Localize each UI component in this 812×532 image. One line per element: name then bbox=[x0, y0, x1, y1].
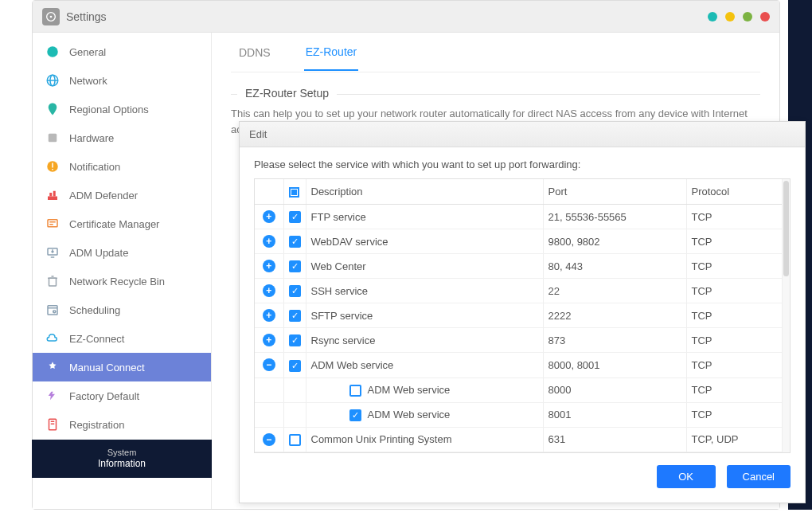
row-checkbox[interactable] bbox=[289, 285, 301, 297]
service-row[interactable]: +Web Center80, 443TCP bbox=[255, 254, 782, 279]
dialog-title: Edit bbox=[240, 122, 805, 147]
expand-icon[interactable]: + bbox=[263, 309, 275, 322]
sidebar-item-ezconnect[interactable]: EZ-Connect bbox=[33, 324, 211, 353]
row-expand-cell[interactable]: + bbox=[255, 303, 283, 328]
header-checkbox-icon[interactable] bbox=[289, 187, 299, 198]
ok-button[interactable]: OK bbox=[657, 465, 716, 488]
expand-icon[interactable]: + bbox=[263, 260, 275, 272]
header-checkbox[interactable] bbox=[283, 179, 306, 205]
row-expand-cell[interactable]: + bbox=[255, 229, 283, 254]
svg-rect-9 bbox=[52, 169, 53, 170]
row-expand-cell[interactable]: + bbox=[255, 279, 283, 303]
row-description: ADM Web service bbox=[306, 402, 543, 427]
network-icon bbox=[45, 73, 60, 88]
header-protocol[interactable]: Protocol bbox=[686, 179, 782, 205]
row-expand-cell[interactable]: + bbox=[255, 328, 283, 353]
svg-point-2 bbox=[47, 46, 58, 57]
tab-bar: DDNS EZ-Router bbox=[231, 33, 760, 72]
row-expand-cell[interactable]: + bbox=[255, 254, 283, 279]
service-row[interactable]: −Common Unix Printing System631TCP, UDP bbox=[255, 427, 782, 452]
expand-icon[interactable]: + bbox=[263, 334, 275, 346]
row-checkbox-cell[interactable] bbox=[283, 353, 306, 377]
sidebar-item-scheduling[interactable]: Scheduling bbox=[33, 295, 211, 324]
service-row[interactable]: ADM Web service8000TCP bbox=[255, 377, 782, 402]
collapse-icon[interactable]: − bbox=[263, 358, 275, 371]
row-checkbox[interactable] bbox=[289, 310, 301, 322]
row-checkbox[interactable] bbox=[289, 334, 301, 346]
sidebar-item-notification[interactable]: Notification bbox=[33, 152, 211, 181]
table-scrollbar[interactable] bbox=[782, 179, 790, 452]
row-checkbox[interactable] bbox=[349, 409, 361, 421]
row-checkbox[interactable] bbox=[289, 260, 301, 272]
row-port: 2222 bbox=[543, 303, 686, 328]
svg-rect-11 bbox=[49, 193, 52, 197]
svg-rect-8 bbox=[52, 163, 53, 168]
service-row[interactable]: +SFTP service2222TCP bbox=[255, 303, 782, 328]
service-table-scroll[interactable]: Description Port Protocol +FTP service21… bbox=[255, 179, 782, 452]
header-port[interactable]: Port bbox=[543, 179, 686, 205]
sidebar-item-network[interactable]: Network bbox=[33, 66, 211, 95]
row-protocol: TCP bbox=[686, 205, 782, 229]
row-description: SFTP service bbox=[306, 303, 543, 328]
service-row[interactable]: +Rsync service873TCP bbox=[255, 328, 782, 353]
row-checkbox-cell[interactable] bbox=[283, 205, 306, 229]
hardware-icon bbox=[45, 131, 60, 145]
service-row[interactable]: −ADM Web service8000, 8001TCP bbox=[255, 353, 782, 377]
row-checkbox-cell[interactable] bbox=[283, 427, 306, 452]
row-protocol: TCP, UDP bbox=[686, 427, 782, 452]
service-row[interactable]: ADM Web service8001TCP bbox=[255, 402, 782, 427]
row-protocol: TCP bbox=[686, 254, 782, 279]
traffic-dot-3[interactable] bbox=[743, 12, 752, 22]
edit-dialog: Edit Please select the service with whic… bbox=[239, 121, 806, 503]
row-port: 873 bbox=[543, 328, 686, 353]
traffic-dot-2[interactable] bbox=[725, 12, 735, 22]
dialog-body: Please select the service with which you… bbox=[240, 147, 805, 454]
service-row[interactable]: +SSH service22TCP bbox=[255, 279, 782, 303]
row-port: 22 bbox=[543, 279, 686, 303]
sidebar-item-manual[interactable]: Manual Connect bbox=[33, 353, 211, 381]
row-expand-cell[interactable]: − bbox=[255, 353, 283, 377]
row-checkbox-cell[interactable] bbox=[283, 254, 306, 279]
expand-icon[interactable]: + bbox=[263, 284, 275, 297]
expand-icon[interactable]: + bbox=[263, 235, 275, 248]
row-checkbox[interactable] bbox=[289, 360, 301, 372]
expand-icon[interactable]: + bbox=[263, 210, 275, 223]
scrollbar-thumb[interactable] bbox=[783, 181, 789, 276]
row-checkbox-cell[interactable] bbox=[283, 229, 306, 254]
cancel-button[interactable]: Cancel bbox=[727, 465, 791, 488]
row-expand-cell[interactable]: + bbox=[255, 205, 283, 229]
collapse-icon[interactable]: − bbox=[263, 433, 275, 446]
service-row[interactable]: +FTP service21, 55536-55565TCP bbox=[255, 205, 782, 229]
tab-ddns[interactable]: DDNS bbox=[237, 35, 272, 70]
sidebar-item-general[interactable]: General bbox=[33, 37, 211, 66]
traffic-dot-4[interactable] bbox=[760, 12, 770, 22]
row-expand-cell[interactable]: − bbox=[255, 427, 283, 452]
row-description: ADM Web service bbox=[306, 353, 543, 377]
sidebar-item-registration[interactable]: Registration bbox=[33, 410, 211, 439]
sidebar-item-hardware[interactable]: Hardware bbox=[33, 123, 211, 152]
row-checkbox-cell[interactable] bbox=[283, 328, 306, 353]
sidebar-item-cert[interactable]: Certificate Manager bbox=[33, 209, 211, 238]
sidebar-item-update[interactable]: ADM Update bbox=[33, 238, 211, 267]
row-description: ADM Web service bbox=[306, 377, 543, 402]
traffic-dot-1[interactable] bbox=[708, 12, 717, 22]
sidebar-item-defender[interactable]: ADM Defender bbox=[33, 181, 211, 209]
update-icon bbox=[45, 245, 60, 260]
service-row[interactable]: +WebDAV service9800, 9802TCP bbox=[255, 229, 782, 254]
defender-icon bbox=[45, 188, 60, 202]
row-checkbox[interactable] bbox=[349, 385, 361, 397]
row-checkbox[interactable] bbox=[289, 434, 301, 446]
sidebar-item-factory[interactable]: Factory Default bbox=[33, 381, 211, 410]
sidebar-item-regional[interactable]: Regional Options bbox=[33, 95, 211, 123]
header-description[interactable]: Description bbox=[306, 179, 543, 205]
row-checkbox[interactable] bbox=[289, 211, 301, 223]
tab-ez-router[interactable]: EZ-Router bbox=[304, 34, 359, 71]
row-checkbox-cell[interactable] bbox=[283, 303, 306, 328]
row-checkbox[interactable] bbox=[289, 236, 301, 248]
row-protocol: TCP bbox=[686, 328, 782, 353]
row-description: Common Unix Printing System bbox=[306, 427, 543, 452]
row-checkbox-cell[interactable] bbox=[283, 279, 306, 303]
sidebar-item-recycle[interactable]: Network Recycle Bin bbox=[33, 267, 211, 295]
recycle-icon bbox=[45, 274, 60, 288]
sidebar-item-label: Registration bbox=[69, 419, 124, 431]
